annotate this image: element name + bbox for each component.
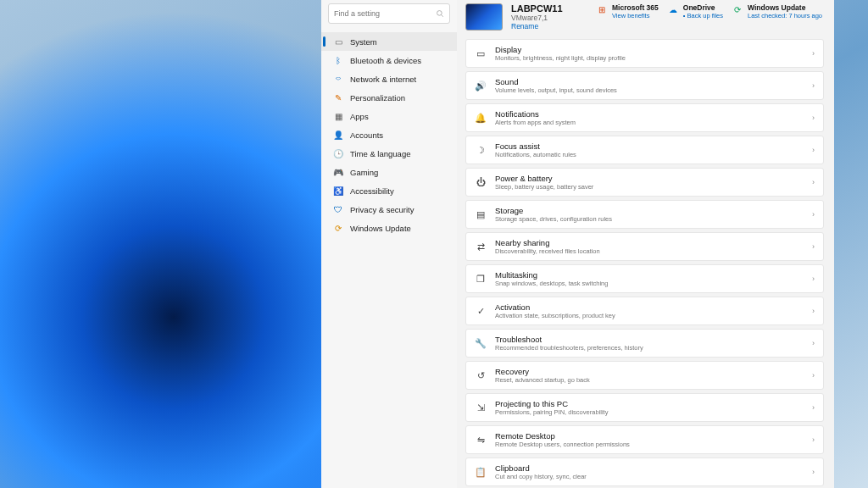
card-subtitle: Cut and copy history, sync, clear: [495, 473, 804, 480]
svg-line-1: [442, 15, 443, 17]
nav-label: Personalization: [350, 93, 405, 103]
rename-link[interactable]: Rename: [511, 22, 587, 30]
search-icon: [436, 9, 444, 18]
chevron-right-icon: ›: [812, 274, 815, 283]
setting-sound[interactable]: 🔊SoundVolume levels, output, input, soun…: [465, 71, 824, 100]
setting-power-battery[interactable]: ⏻Power & batterySleep, battery usage, ba…: [465, 168, 824, 197]
access-icon: ♿: [333, 186, 343, 196]
moon-icon: ☽: [475, 145, 487, 156]
chevron-right-icon: ›: [812, 178, 815, 186]
nav-time-language[interactable]: 🕒Time & language: [321, 144, 457, 163]
search-input[interactable]: [334, 9, 436, 18]
apps-icon: ▦: [333, 111, 343, 121]
nav-label: Accounts: [350, 130, 383, 140]
chevron-right-icon: ›: [812, 242, 815, 251]
nav-windows-update[interactable]: ⟳Windows Update: [321, 219, 457, 237]
system-header: LABPCW11 VMware7,1 Rename ⊞Microsoft 365…: [457, 0, 834, 39]
card-title: Display: [495, 45, 804, 54]
nav-label: Privacy & security: [350, 205, 415, 214]
nav-accessibility[interactable]: ♿Accessibility: [321, 181, 457, 200]
card-title: Clipboard: [495, 463, 804, 473]
card-subtitle: Activation state, subscriptions, product…: [495, 312, 804, 319]
card-subtitle: Notifications, automatic rules: [495, 151, 804, 158]
card-title: Sound: [495, 77, 804, 86]
nav-label: Windows Update: [350, 224, 411, 233]
chevron-right-icon: ›: [812, 146, 815, 154]
header-card-windows-update[interactable]: ⟳Windows UpdateLast checked: 7 hours ago: [732, 3, 822, 19]
drive-icon: ▤: [475, 209, 487, 220]
header-card-title: Microsoft 365: [612, 3, 659, 12]
setting-projecting-to-this-pc[interactable]: ⇲Projecting to this PCPermissions, pairi…: [465, 393, 824, 422]
card-title: Multitasking: [495, 270, 804, 280]
chevron-right-icon: ›: [812, 210, 815, 219]
nav-accounts[interactable]: 👤Accounts: [321, 125, 457, 144]
card-title: Recovery: [495, 367, 804, 376]
nav-network-internet[interactable]: ⌔Network & internet: [321, 69, 457, 88]
wrench-icon: 🔧: [475, 338, 487, 349]
header-card-sub: Last checked: 7 hours ago: [748, 12, 822, 19]
recovery-icon: ↺: [475, 370, 487, 381]
nav-system[interactable]: ▭System: [321, 32, 457, 51]
card-title: Activation: [495, 302, 804, 312]
setting-troubleshoot[interactable]: 🔧TroubleshootRecommended troubleshooters…: [465, 329, 824, 358]
nav-personalization[interactable]: ✎Personalization: [321, 88, 457, 107]
nav-label: Network & internet: [350, 75, 416, 84]
nav-label: Time & language: [350, 149, 410, 158]
nav-label: Accessibility: [350, 186, 394, 196]
card-title: Remote Desktop: [495, 431, 804, 441]
shield-icon: 🛡: [333, 204, 343, 214]
chevron-right-icon: ›: [812, 435, 815, 444]
setting-recovery[interactable]: ↺RecoveryReset, advanced startup, go bac…: [465, 361, 824, 390]
multitask-icon: ❐: [475, 274, 487, 285]
settings-sidebar: ▭SystemᛒBluetooth & devices⌔Network & in…: [321, 0, 457, 488]
chevron-right-icon: ›: [812, 114, 815, 122]
nav-privacy-security[interactable]: 🛡Privacy & security: [321, 200, 457, 219]
header-card-onedrive[interactable]: ☁OneDrive• Back up files: [667, 3, 723, 19]
card-title: Focus assist: [495, 141, 804, 151]
update-icon: ⟳: [333, 223, 343, 233]
chevron-right-icon: ›: [812, 403, 815, 412]
clipboard-icon: 📋: [475, 467, 487, 478]
nav-gaming[interactable]: 🎮Gaming: [321, 163, 457, 181]
setting-clipboard[interactable]: 📋ClipboardCut and copy history, sync, cl…: [465, 458, 824, 486]
setting-activation[interactable]: ✓ActivationActivation state, subscriptio…: [465, 297, 824, 325]
speaker-icon: 🔊: [475, 80, 487, 92]
card-title: Storage: [495, 206, 804, 215]
power-icon: ⏻: [475, 177, 487, 187]
card-subtitle: Snap windows, desktops, task switching: [495, 280, 804, 287]
nav-label: Apps: [350, 112, 369, 121]
chevron-right-icon: ›: [812, 339, 815, 347]
setting-focus-assist[interactable]: ☽Focus assistNotifications, automatic ru…: [465, 136, 824, 164]
card-title: Nearby sharing: [495, 238, 804, 247]
card-subtitle: Remote Desktop users, connection permiss…: [495, 441, 804, 448]
setting-notifications[interactable]: 🔔NotificationsAlerts from apps and syste…: [465, 103, 824, 132]
clock-icon: 🕒: [333, 148, 343, 158]
update-badge-icon: ⟳: [732, 3, 743, 15]
nav-apps[interactable]: ▦Apps: [321, 107, 457, 125]
card-title: Power & battery: [495, 174, 804, 183]
bluetooth-icon: ᛒ: [333, 55, 343, 65]
setting-display[interactable]: ▭DisplayMonitors, brightness, night ligh…: [465, 39, 824, 68]
person-icon: 👤: [333, 130, 343, 140]
card-subtitle: Reset, advanced startup, go back: [495, 376, 804, 384]
share-icon: ⇄: [475, 241, 487, 252]
header-card-microsoft-[interactable]: ⊞Microsoft 365View benefits: [596, 3, 659, 19]
chevron-right-icon: ›: [812, 371, 815, 380]
card-title: Projecting to this PC: [495, 399, 804, 408]
setting-storage[interactable]: ▤StorageStorage space, drives, configura…: [465, 200, 824, 229]
device-model: VMware7,1: [511, 14, 587, 22]
card-subtitle: Sleep, battery usage, battery saver: [495, 183, 804, 191]
card-subtitle: Discoverability, received files location: [495, 247, 804, 255]
system-icon: ▭: [333, 36, 343, 47]
project-icon: ⇲: [475, 402, 487, 413]
chevron-right-icon: ›: [812, 81, 815, 90]
settings-main: LABPCW11 VMware7,1 Rename ⊞Microsoft 365…: [457, 0, 834, 488]
setting-multitasking[interactable]: ❐MultitaskingSnap windows, desktops, tas…: [465, 264, 824, 293]
search-field[interactable]: [328, 3, 450, 24]
chevron-right-icon: ›: [812, 468, 815, 476]
nav-bluetooth-devices[interactable]: ᛒBluetooth & devices: [321, 51, 457, 69]
setting-nearby-sharing[interactable]: ⇄Nearby sharingDiscoverability, received…: [465, 232, 824, 261]
card-subtitle: Recommended troubleshooters, preferences…: [495, 344, 804, 352]
setting-remote-desktop[interactable]: ⇋Remote DesktopRemote Desktop users, con…: [465, 425, 824, 454]
check-icon: ✓: [475, 306, 487, 317]
